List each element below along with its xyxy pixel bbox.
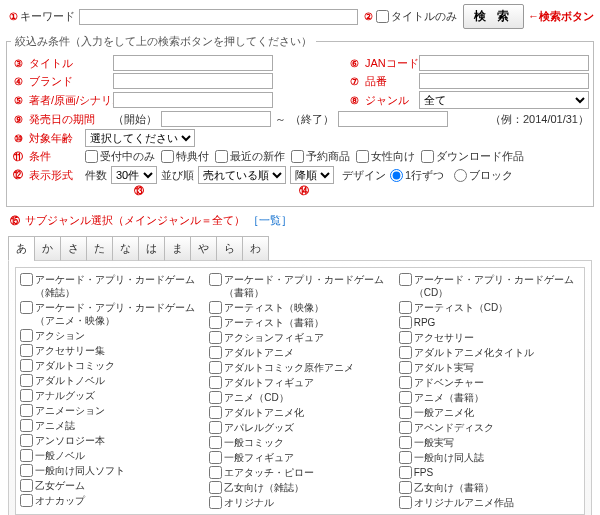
kana-tab[interactable]: さ [60,236,87,261]
filter-legend: 絞込み条件（入力をして上の検索ボタンを押してください） [11,34,316,49]
kana-tab[interactable]: た [86,236,113,261]
marker-10: ⑩ [11,133,25,144]
category-item[interactable]: オリジナル [209,495,390,510]
kana-tab[interactable]: ま [164,236,191,261]
kana-tab[interactable]: や [190,236,217,261]
kana-tab[interactable]: か [34,236,61,261]
jan-label: JANコード [365,56,415,71]
search-button[interactable]: 検 索 [463,4,524,29]
hinban-input[interactable] [419,73,589,89]
category-item[interactable]: 一般実写 [399,435,580,450]
design-radio-2[interactable]: ブロック [454,168,513,183]
category-item[interactable]: 一般フィギュア [209,450,390,465]
sort1-select[interactable]: 売れている順 [198,166,286,184]
kana-tab[interactable]: わ [242,236,269,261]
cond-group: 受付中のみ特典付最近の新作予約商品女性向けダウンロード作品 [85,149,530,164]
kana-tab[interactable]: は [138,236,165,261]
category-item[interactable]: 乙女向け（雑誌） [209,480,390,495]
genre-label: ジャンル [365,93,415,108]
cond-cb[interactable]: 女性向け [356,149,415,164]
cond-cb[interactable]: 受付中のみ [85,149,155,164]
category-item[interactable]: アーティスト（CD） [399,300,580,315]
hinban-label: 品番 [365,74,415,89]
category-item[interactable]: アダルトフィギュア [209,375,390,390]
release-label: 発売日の期間 [29,112,109,127]
category-item[interactable]: 乙女向け（書籍） [399,480,580,495]
category-item[interactable]: アダルトコミック原作アニメ [209,360,390,375]
category-item[interactable]: アダルト実写 [399,360,580,375]
category-item[interactable]: 一般ノベル [20,448,201,463]
brand-input[interactable] [113,73,273,89]
category-item[interactable]: オナカップ [20,493,201,508]
category-item[interactable]: アクションフィギュア [209,330,390,345]
category-item[interactable]: アペンドディスク [399,420,580,435]
category-item[interactable]: FPS [399,465,580,480]
start-label: （開始） [113,112,157,127]
kana-tab[interactable]: な [112,236,139,261]
marker-4: ④ [11,76,25,87]
cond-label: 条件 [29,149,81,164]
title-only-checkbox[interactable] [376,10,389,23]
category-item[interactable]: アクセサリー集 [20,343,201,358]
category-item[interactable]: オリジナルアニメ作品 [399,495,580,510]
category-item[interactable]: アダルトアニメ化タイトル [399,345,580,360]
category-item[interactable]: アニメーション [20,403,201,418]
category-item[interactable]: アダルトコミック [20,358,201,373]
title-label: タイトル [29,56,109,71]
marker-2: ② [362,11,376,22]
category-item[interactable]: アーティスト（書籍） [209,315,390,330]
category-item[interactable]: アダルトアニメ化 [209,405,390,420]
tilde: ～ [275,112,286,127]
category-item[interactable]: アニメ（書籍） [399,390,580,405]
kana-tab[interactable]: ら [216,236,243,261]
kana-tabs: あかさたなはまやらわ [8,236,600,261]
category-item[interactable]: RPG [399,315,580,330]
category-item[interactable]: 一般向け同人ソフト [20,463,201,478]
age-select[interactable]: 選択してください [85,129,195,147]
category-item[interactable]: アクション [20,328,201,343]
end-input[interactable] [338,111,448,127]
genre-select[interactable]: 全て [419,91,589,109]
category-item[interactable]: アクセサリー [399,330,580,345]
kana-tab[interactable]: あ [8,236,35,261]
category-item[interactable]: アーケード・アプリ・カードゲーム（雑誌） [20,272,201,300]
marker-1: ① [6,11,20,22]
count-label: 件数 [85,168,107,183]
category-item[interactable]: エアタッチ・ピロー [209,465,390,480]
author-input[interactable] [113,92,273,108]
cond-cb[interactable]: 最近の新作 [215,149,285,164]
marker-14: ⑭ [297,184,311,198]
design-radio-1[interactable]: 1行ずつ [390,168,444,183]
category-item[interactable]: アーケード・アプリ・カードゲーム（CD） [399,272,580,300]
keyword-input[interactable] [79,9,358,25]
category-item[interactable]: アドベンチャー [399,375,580,390]
category-item[interactable]: 一般コミック [209,435,390,450]
subgenre-list-link[interactable]: ［一覧］ [248,214,292,226]
category-item[interactable]: アニメ誌 [20,418,201,433]
title-only-cb[interactable]: タイトルのみ [376,9,457,24]
category-item[interactable]: アーティスト（映像） [209,300,390,315]
cond-cb[interactable]: 特典付 [161,149,209,164]
category-item[interactable]: アダルトノベル [20,373,201,388]
category-item[interactable]: アナルグッズ [20,388,201,403]
start-input[interactable] [161,111,271,127]
category-item[interactable]: アーケード・アプリ・カードゲーム（アニメ・映像） [20,300,201,328]
category-item[interactable]: アニメ（CD） [209,390,390,405]
category-item[interactable]: アンソロジー本 [20,433,201,448]
category-item[interactable]: アダルトアニメ [209,345,390,360]
title-input[interactable] [113,55,273,71]
category-item[interactable]: 一般アニメ化 [399,405,580,420]
count-select[interactable]: 30件 [111,166,157,184]
tab-area: アーケード・アプリ・カードゲーム（雑誌）アーケード・アプリ・カードゲーム（アニメ… [8,260,592,515]
search-note: ←検索ボタン [528,9,594,24]
cond-cb[interactable]: ダウンロード作品 [421,149,524,164]
category-item[interactable]: アーケード・アプリ・カードゲーム（書籍） [209,272,390,300]
jan-input[interactable] [419,55,589,71]
marker-3: ③ [11,58,25,69]
category-item[interactable]: 一般向け同人誌 [399,450,580,465]
cond-cb[interactable]: 予約商品 [291,149,350,164]
marker-12: ⑫ [11,168,25,182]
sort2-select[interactable]: 降順 [290,166,334,184]
category-item[interactable]: アパレルグッズ [209,420,390,435]
category-item[interactable]: 乙女ゲーム [20,478,201,493]
